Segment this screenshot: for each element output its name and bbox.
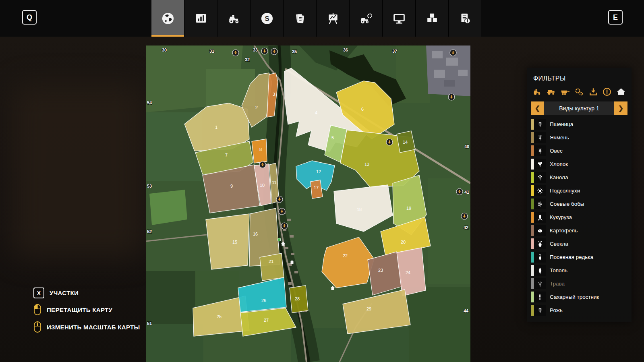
field-number-label: 29 [367, 306, 371, 311]
crop-filter-row[interactable]: Картофель [531, 224, 627, 237]
corn-icon [534, 212, 546, 223]
filter-harvester-icon[interactable] [547, 87, 556, 97]
grass-icon [534, 278, 546, 289]
map-field-15[interactable]: 15 [206, 214, 249, 269]
board-icon [326, 11, 340, 26]
filter-tools-icon[interactable] [574, 87, 584, 97]
map-poi-download-icon[interactable] [386, 139, 393, 145]
crop-filter-row[interactable]: Посевная редька [531, 251, 627, 263]
beet-icon [534, 238, 546, 249]
map-poi-download-icon[interactable] [461, 213, 468, 219]
map-field-17[interactable]: 17 [311, 180, 323, 199]
svg-text:S: S [265, 15, 269, 23]
map-poi-download-icon[interactable] [279, 208, 285, 215]
tab-map[interactable] [151, 0, 184, 37]
map-field-21[interactable]: 21 [260, 253, 284, 281]
map-poi-download-icon[interactable] [261, 48, 268, 54]
crop-color-swatch [531, 159, 534, 170]
crop-color-swatch [531, 119, 534, 130]
mouse-left-icon [33, 304, 41, 316]
crop-filter-row[interactable]: Хлопок [531, 158, 627, 170]
crop-filter-row[interactable]: Свекла [531, 238, 627, 250]
tab-statistics[interactable] [184, 0, 217, 37]
globe-icon [161, 11, 175, 26]
crop-color-swatch [531, 225, 534, 236]
potato-icon [534, 225, 546, 236]
field-number-label: 7 [225, 153, 228, 157]
map-poi-download-icon[interactable] [450, 50, 456, 56]
map-poi-download-icon[interactable] [259, 161, 266, 168]
tab-display[interactable] [382, 0, 415, 37]
crop-color-swatch [531, 305, 534, 316]
crop-filter-row[interactable]: Сахарный тростник [531, 291, 627, 303]
tab-finances[interactable]: S [250, 0, 283, 37]
map-poi-download-icon[interactable] [276, 196, 283, 203]
filter-download-icon[interactable] [588, 87, 598, 97]
map-grid-label: 36 [343, 48, 348, 52]
terrain-patch [432, 51, 443, 58]
hint-label: ПЕРЕТАЩИТЬ КАРТУ [47, 306, 112, 313]
filters-panel: ФИЛЬТРЫ ❮ Виды культур 1 ❯ ПшеницаЯчмень… [527, 68, 632, 322]
map-grid-label: 31 [209, 49, 214, 54]
crop-filter-row[interactable]: Ячмень [531, 131, 627, 144]
terrain-patch [149, 190, 187, 225]
chart-icon [194, 11, 208, 26]
crop-filter-row[interactable]: Соевые бобы [531, 198, 627, 210]
crop-filter-row[interactable]: Трава [531, 277, 627, 290]
crop-filter-row[interactable]: Подсолнухи [531, 184, 627, 197]
map-poi-download-icon[interactable] [281, 223, 288, 229]
sunflower-icon [534, 185, 546, 196]
poplar-icon [534, 265, 546, 276]
mouse-wheel-icon [33, 321, 41, 333]
field-number-label: 3 [273, 92, 275, 97]
tab-production[interactable] [415, 0, 448, 37]
map-grid-label: 54 [147, 100, 152, 105]
crop-filter-row[interactable]: Кукуруза [531, 211, 627, 223]
hint-row: XУЧАСТКИ [33, 288, 140, 298]
grain-icon [534, 145, 546, 156]
map-grid-label: 30 [162, 48, 167, 52]
map-poi-download-icon[interactable] [448, 94, 455, 100]
category-next-button[interactable]: ❯ [614, 101, 627, 115]
crop-label: Овес [546, 148, 563, 154]
filters-title: ФИЛЬТРЫ [527, 68, 632, 86]
map-poi-download-icon[interactable] [271, 48, 277, 55]
field-number-label: 8 [259, 147, 262, 152]
tab-prices[interactable] [316, 0, 349, 37]
map-field-28[interactable]: 28 [290, 285, 308, 313]
crop-list: ПшеницаЯчменьОвесХлопокКанолаПодсолнухиС… [527, 118, 632, 316]
tab-bar: S [151, 0, 481, 37]
crop-label: Тополь [546, 267, 567, 273]
filter-missions-icon[interactable] [602, 87, 612, 97]
crop-color-swatch [531, 252, 534, 263]
map-field-8[interactable]: 8 [252, 139, 267, 163]
field-number-label: 5 [331, 135, 334, 140]
tab-contracts[interactable] [283, 0, 316, 37]
crop-filter-row[interactable]: Канола [531, 171, 627, 184]
filter-home-icon[interactable] [616, 87, 626, 97]
crop-filter-row[interactable]: Овес [531, 145, 627, 157]
tab-help[interactable] [448, 0, 481, 37]
terrain-patch [458, 70, 468, 76]
map-viewport[interactable]: 1234567891011121314151617181920212223242… [146, 46, 470, 362]
map-marker-dot [277, 238, 281, 241]
filter-trailer-icon[interactable] [560, 87, 570, 97]
key-hint-q: Q [22, 10, 37, 25]
field-number-label: 13 [364, 162, 369, 167]
map-poi-download-icon[interactable] [232, 50, 239, 56]
cotton-icon [534, 159, 546, 170]
crop-filter-row[interactable]: Пшеница [531, 118, 627, 130]
field-number-label: 23 [378, 268, 383, 273]
map-building [285, 247, 288, 249]
crop-label: Посевная редька [546, 254, 593, 260]
tab-workshop[interactable] [349, 0, 382, 37]
crop-filter-row[interactable]: Тополь [531, 264, 627, 277]
filter-tractor-icon[interactable] [532, 87, 542, 97]
category-prev-button[interactable]: ❮ [531, 101, 544, 115]
crop-filter-row[interactable]: Рожь [531, 304, 627, 316]
map-poi-download-icon[interactable] [456, 188, 463, 195]
control-hints: XУЧАСТКИПЕРЕТАЩИТЬ КАРТУИЗМЕНИТЬ МАСШТАБ… [33, 288, 140, 333]
crop-label: Рожь [546, 307, 563, 313]
tab-vehicles[interactable] [217, 0, 250, 37]
crop-color-swatch [531, 212, 534, 223]
